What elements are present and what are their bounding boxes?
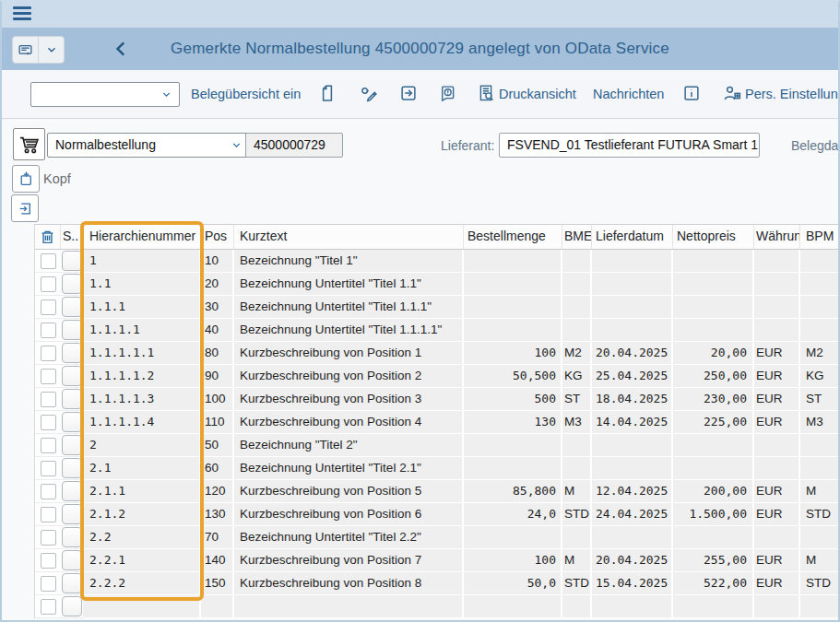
status-cell[interactable] bbox=[62, 251, 82, 271]
cell-waehrung[interactable]: EUR bbox=[754, 411, 800, 434]
cell-pos[interactable]: 120 bbox=[201, 480, 234, 503]
cell-kurztext[interactable]: Bezeichnung "Titel 2" bbox=[234, 434, 464, 457]
cell-bpm[interactable]: KG bbox=[800, 365, 840, 388]
cell-preis[interactable] bbox=[673, 250, 754, 273]
cell-menge[interactable] bbox=[464, 250, 562, 273]
cell-kurztext[interactable]: Kurzbeschreibung von Position 1 bbox=[234, 342, 464, 365]
cell-datum[interactable]: 20.04.2025 bbox=[592, 342, 673, 365]
cell-menge[interactable] bbox=[464, 273, 562, 296]
table-row[interactable]: 2.270Bezeichnung Untertitel "Titel 2.2" bbox=[35, 526, 840, 549]
cell-hier[interactable]: 1.1 bbox=[83, 273, 201, 296]
cell-bme[interactable]: STD bbox=[562, 503, 592, 526]
cell-bpm[interactable] bbox=[800, 526, 840, 549]
row-select-checkbox[interactable] bbox=[41, 276, 56, 292]
cell-hier[interactable]: 1 bbox=[83, 250, 201, 273]
table-row[interactable]: 1.1.1.1.3100Kurzbeschreibung von Positio… bbox=[35, 388, 840, 411]
cell-hier[interactable] bbox=[83, 595, 201, 618]
status-cell[interactable] bbox=[62, 366, 82, 386]
status-cell[interactable] bbox=[62, 527, 82, 547]
cell-bme[interactable] bbox=[562, 250, 592, 273]
table-row[interactable] bbox=[35, 595, 840, 618]
cell-bpm[interactable]: M bbox=[800, 480, 840, 503]
cell-bpm[interactable] bbox=[800, 457, 840, 480]
cell-preis[interactable] bbox=[673, 273, 754, 296]
status-cell[interactable] bbox=[62, 297, 82, 317]
cell-bme[interactable]: M2 bbox=[562, 342, 592, 365]
pers-einstellung-button[interactable]: Pers. Einstellung bbox=[745, 87, 840, 101]
cell-pos[interactable]: 40 bbox=[201, 319, 234, 342]
column-header-pos[interactable]: Pos bbox=[201, 225, 234, 249]
cell-bme[interactable] bbox=[562, 595, 592, 618]
cell-preis[interactable] bbox=[673, 434, 754, 457]
cell-pos[interactable]: 70 bbox=[201, 526, 234, 549]
cell-waehrung[interactable] bbox=[754, 319, 800, 342]
cell-bme[interactable]: ST bbox=[562, 388, 592, 411]
beleguebersicht-button[interactable]: Belegübersicht ein bbox=[191, 87, 301, 101]
cell-datum[interactable]: 15.04.2025 bbox=[592, 572, 673, 595]
cell-preis[interactable]: 200,00 bbox=[673, 480, 754, 503]
cell-hier[interactable]: 1.1.1.1 bbox=[83, 319, 201, 342]
status-cell[interactable] bbox=[62, 596, 82, 616]
cell-pos[interactable]: 60 bbox=[201, 457, 234, 480]
column-header-kurztext[interactable]: Kurztext bbox=[234, 225, 464, 249]
cell-waehrung[interactable]: EUR bbox=[754, 388, 800, 411]
column-header-s[interactable]: S.. bbox=[61, 225, 83, 249]
document-type-select[interactable]: Normalbestellung bbox=[47, 133, 250, 158]
cell-bpm[interactable]: ST bbox=[800, 388, 840, 411]
cell-menge[interactable] bbox=[464, 595, 562, 618]
table-row[interactable]: 1.1.1.140Bezeichnung Untertitel "Titel 1… bbox=[35, 319, 840, 342]
column-header-lieferdatum[interactable]: Lieferdatum bbox=[592, 225, 673, 249]
cell-datum[interactable] bbox=[592, 250, 673, 273]
cell-datum[interactable] bbox=[592, 296, 673, 319]
cell-pos[interactable]: 150 bbox=[201, 572, 234, 595]
table-row[interactable]: 250Bezeichnung "Titel 2" bbox=[35, 434, 840, 457]
column-header-bestellmenge[interactable]: Bestellmenge bbox=[464, 225, 562, 249]
status-cell[interactable] bbox=[62, 389, 82, 409]
row-select-checkbox[interactable] bbox=[41, 253, 56, 269]
cell-menge[interactable]: 50,0 bbox=[464, 572, 562, 595]
cell-bme[interactable] bbox=[562, 457, 592, 480]
cell-waehrung[interactable] bbox=[754, 250, 800, 273]
status-cell[interactable] bbox=[62, 481, 82, 501]
info-icon[interactable] bbox=[682, 84, 703, 104]
cell-bme[interactable]: M bbox=[562, 549, 592, 572]
column-header-hierarchienummer[interactable]: Hierarchienummer bbox=[83, 225, 201, 249]
status-cell[interactable] bbox=[62, 274, 82, 294]
cell-hier[interactable]: 1.1.1.1.1 bbox=[83, 342, 201, 365]
cell-menge[interactable]: 500 bbox=[464, 388, 562, 411]
cell-bme[interactable] bbox=[562, 434, 592, 457]
cell-bpm[interactable]: STD bbox=[800, 503, 840, 526]
cell-kurztext[interactable]: Kurzbeschreibung von Position 6 bbox=[234, 503, 464, 526]
cell-waehrung[interactable] bbox=[754, 457, 800, 480]
druckansicht-button[interactable]: Druckansicht bbox=[499, 87, 576, 101]
cell-kurztext[interactable]: Kurzbeschreibung von Position 7 bbox=[234, 549, 464, 572]
cell-kurztext[interactable]: Bezeichnung Untertitel "Titel 2.1" bbox=[234, 457, 464, 480]
cell-hier[interactable]: 2.1 bbox=[83, 457, 201, 480]
row-select-checkbox[interactable] bbox=[41, 369, 56, 384]
cell-waehrung[interactable]: EUR bbox=[754, 549, 800, 572]
cell-datum[interactable]: 20.04.2025 bbox=[592, 549, 673, 572]
cell-pos[interactable]: 50 bbox=[201, 434, 234, 457]
cell-pos[interactable]: 20 bbox=[201, 273, 234, 296]
cell-kurztext[interactable]: Bezeichnung Untertitel "Titel 1.1" bbox=[234, 273, 464, 296]
nachrichten-button[interactable]: Nachrichten bbox=[593, 87, 664, 101]
cell-kurztext[interactable]: Kurzbeschreibung von Position 8 bbox=[234, 572, 464, 595]
column-header-nettopreis[interactable]: Nettopreis bbox=[673, 225, 754, 249]
cell-preis[interactable]: 20,00 bbox=[673, 342, 754, 365]
cell-hier[interactable]: 2.2 bbox=[83, 526, 201, 549]
cell-bpm[interactable]: M3 bbox=[800, 411, 840, 434]
chevron-down-icon[interactable] bbox=[231, 139, 243, 151]
cell-bme[interactable]: M bbox=[562, 480, 592, 503]
table-row[interactable]: 110Bezeichnung "Titel 1" bbox=[35, 250, 840, 273]
row-select-checkbox[interactable] bbox=[41, 553, 56, 569]
cell-waehrung[interactable] bbox=[754, 434, 800, 457]
cell-waehrung[interactable] bbox=[754, 595, 800, 618]
column-header-waehrung[interactable]: Währung bbox=[754, 225, 800, 249]
cell-menge[interactable]: 50,500 bbox=[464, 365, 562, 388]
status-cell[interactable] bbox=[62, 504, 82, 524]
cell-datum[interactable] bbox=[592, 273, 673, 296]
table-row[interactable]: 1.120Bezeichnung Untertitel "Titel 1.1" bbox=[35, 273, 840, 296]
column-header-bme[interactable]: BME bbox=[562, 225, 592, 249]
cell-datum[interactable] bbox=[592, 319, 673, 342]
table-row[interactable]: 1.1.1.1.180Kurzbeschreibung von Position… bbox=[35, 342, 840, 365]
